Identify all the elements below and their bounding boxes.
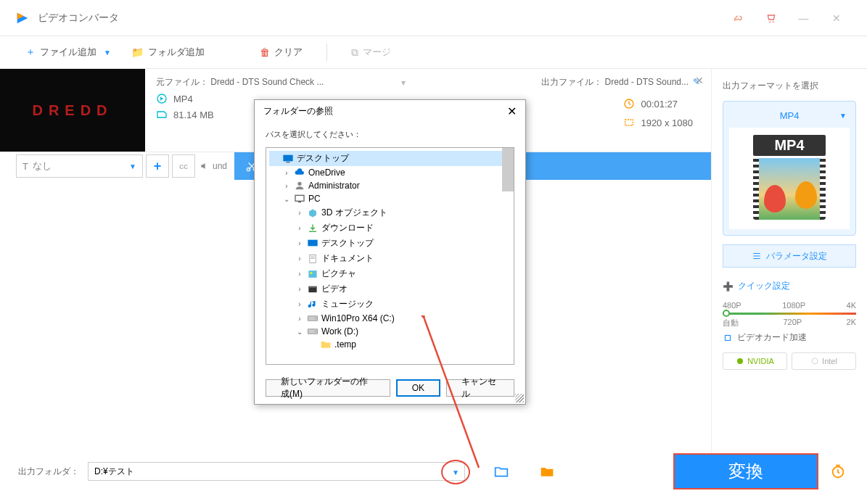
tree-item[interactable]: ›ダウンロード (269, 220, 511, 236)
quick-icon: ➕ (723, 281, 734, 292)
tree-item[interactable]: ›Administrator (269, 179, 511, 192)
expander-icon[interactable]: › (295, 270, 304, 278)
tree-item[interactable]: ›ドキュメント (269, 251, 511, 266)
output-title: 出力フォーマットを選択 (723, 80, 856, 92)
toolbar: ＋ ファイル追加 ▼ 📁 フォルダ追加 🗑 クリア ⧉ マージ (0, 36, 867, 69)
convert-button[interactable]: 変換 (673, 453, 818, 489)
parameter-settings-button[interactable]: パラメータ設定 (723, 244, 856, 268)
tree-item[interactable]: ⌄Work (D:) (269, 325, 511, 338)
video-thumbnail[interactable]: DREDD (0, 69, 145, 152)
add-file-button[interactable]: ＋ ファイル追加 ▼ (18, 43, 118, 62)
intel-badge[interactable]: Intel (792, 352, 856, 370)
path-dropdown-highlight: ▼ (441, 460, 470, 484)
svg-rect-6 (726, 335, 731, 340)
output-folder-label: 出力フォルダ： (18, 466, 79, 478)
subtitle-select[interactable]: T なし ▼ (16, 154, 143, 178)
format-icon (156, 93, 168, 104)
tree-item[interactable]: ⌄PC (269, 192, 511, 205)
format-preview: MP4 (729, 128, 850, 229)
remove-file-button[interactable]: ✕ (695, 75, 704, 86)
expander-icon[interactable]: › (295, 224, 304, 232)
svg-point-26 (315, 331, 316, 332)
format-selector[interactable]: MP4 ▼ MP4 (723, 101, 856, 236)
expander-icon[interactable]: ⌄ (295, 328, 304, 336)
expander-icon[interactable]: › (295, 209, 304, 217)
cc-button[interactable]: cc (172, 154, 195, 178)
expander-icon[interactable]: › (295, 255, 304, 263)
quality-slider[interactable]: 480P 1080P 4K 自動 720P 2K (723, 301, 856, 323)
tree-item[interactable]: ›3D オブジェクト (269, 205, 511, 220)
output-path-input[interactable]: D:¥テスト ▼ (88, 462, 465, 481)
tree-item[interactable]: ›OneDrive (269, 166, 511, 179)
folder-plus-icon: 📁 (131, 46, 144, 58)
folder-tree[interactable]: デスクトップ›OneDrive›Administrator⌄PC›3D オブジェ… (266, 147, 514, 365)
ok-button[interactable]: OK (396, 379, 440, 397)
svg-rect-15 (308, 239, 317, 246)
doc-icon (307, 254, 319, 264)
output-panel: 出力フォーマットを選択 MP4 ▼ MP4 パラメータ設定 ➕ (711, 69, 867, 468)
minimize-button[interactable]: — (787, 7, 820, 29)
expander-icon[interactable]: ⌄ (282, 195, 291, 203)
add-subtitle-button[interactable]: + (146, 154, 169, 178)
open-output-button[interactable] (538, 462, 556, 481)
dropdown-icon[interactable]: ▼ (452, 468, 459, 476)
nvidia-badge[interactable]: NVIDIA (723, 352, 787, 370)
desktop-icon (282, 154, 294, 164)
dialog-titlebar: フォルダーの参照 ✕ (255, 100, 525, 122)
svg-point-20 (311, 272, 313, 274)
file-size: 81.14 MB (173, 110, 214, 120)
merge-button[interactable]: ⧉ マージ (344, 43, 398, 62)
audio-indicator[interactable]: und (200, 161, 227, 171)
expander-icon[interactable]: › (295, 300, 304, 308)
tree-label: .temp (334, 339, 356, 350)
gpu-accel-row: ビデオカード加速 (723, 331, 856, 344)
expander-icon[interactable]: › (295, 315, 304, 323)
tree-item[interactable]: .temp (269, 338, 511, 351)
scrollbar[interactable] (502, 148, 514, 191)
cancel-button[interactable]: キャンセル (446, 379, 514, 397)
chip-icon (723, 333, 733, 343)
quick-settings-title: ➕ クイック設定 (723, 280, 856, 292)
cart-icon[interactable] (755, 7, 787, 29)
size-icon (156, 109, 168, 120)
separator (326, 44, 327, 61)
svg-rect-14 (298, 202, 301, 202)
speaker-icon (200, 161, 210, 171)
svg-rect-13 (295, 195, 304, 201)
key-icon[interactable] (722, 7, 755, 29)
dialog-close-button[interactable]: ✕ (507, 104, 517, 118)
add-folder-button[interactable]: 📁 フォルダ追加 (124, 43, 212, 62)
folder-icon (320, 339, 332, 350)
format-name: MP4 (780, 110, 800, 121)
expander-icon[interactable]: › (282, 169, 291, 177)
tree-label: Work (D:) (321, 326, 358, 336)
tree-item[interactable]: デスクトップ (269, 151, 511, 166)
tree-label: デスクトップ (297, 152, 349, 165)
tree-item[interactable]: ›ビデオ (269, 281, 511, 297)
svg-point-12 (297, 182, 301, 186)
tree-item[interactable]: ›ミュージック (269, 297, 511, 312)
folder-browse-dialog: フォルダーの参照 ✕ パスを選択してください： デスクトップ›OneDrive›… (254, 99, 526, 405)
expander-icon[interactable]: › (282, 182, 291, 190)
tree-item[interactable]: ›デスクトップ (269, 236, 511, 251)
tree-item[interactable]: ›ピクチャ (269, 266, 511, 281)
tree-item[interactable]: ›Win10Pro X64 (C:) (269, 312, 511, 325)
param-label: パラメータ設定 (766, 250, 827, 263)
expander-icon[interactable]: › (295, 239, 304, 247)
tree-label: ビデオ (321, 283, 348, 295)
source-dropdown-icon[interactable]: ▾ (401, 78, 406, 88)
close-button[interactable]: ✕ (820, 7, 852, 29)
dropdown-icon[interactable]: ▼ (104, 49, 111, 57)
new-folder-button[interactable]: 新しいフォルダーの作成(M) (266, 379, 390, 397)
dropdown-icon: ▼ (839, 112, 847, 120)
dropdown-icon: ▼ (129, 162, 136, 170)
schedule-button[interactable] (827, 463, 849, 479)
expander-icon[interactable]: › (295, 285, 304, 293)
resize-grip[interactable] (515, 394, 524, 402)
sliders-icon (752, 251, 762, 261)
add-file-label: ファイル追加 (40, 46, 96, 59)
duration: 00:01:27 (641, 99, 678, 110)
clear-button[interactable]: 🗑 クリア (252, 43, 310, 62)
audio-label: und (213, 161, 227, 171)
browse-folder-button[interactable] (492, 462, 511, 481)
